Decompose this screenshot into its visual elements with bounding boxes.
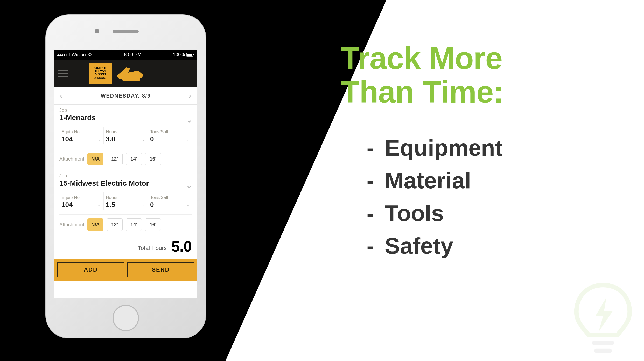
bullet-text: Safety (385, 233, 453, 259)
attachment-option-12[interactable]: 12' (107, 218, 123, 231)
bullet-text: Material (385, 167, 471, 194)
battery-icon (186, 53, 194, 57)
bullet-safety: -Safety (356, 233, 613, 259)
hours-field[interactable]: Hours 1.5 ⌄ (104, 192, 148, 210)
equip-label: Equip No (61, 129, 101, 135)
svg-point-8 (132, 78, 135, 81)
equip-field[interactable]: Equip No 104 ⌄ (59, 192, 104, 210)
attachment-label: Attachment (59, 222, 84, 227)
phone-speaker (113, 30, 139, 33)
job-select[interactable]: 1-Menards ⌄ (59, 114, 192, 122)
tons-value: 0 (150, 201, 190, 209)
hamburger-icon[interactable] (58, 70, 68, 77)
job-name-value: 1-Menards (59, 114, 96, 122)
attachment-option-16[interactable]: 16' (145, 218, 161, 231)
attachment-option-16[interactable]: 16' (145, 153, 161, 165)
date-label: WEDNESDAY, 8/9 (101, 93, 151, 99)
chevron-down-icon: ⌄ (97, 202, 101, 207)
total-hours-value: 5.0 (171, 238, 192, 255)
send-button[interactable]: SEND (127, 262, 194, 277)
bottom-action-bar: ADD SEND (54, 259, 197, 281)
equip-field[interactable]: Equip No 104 ⌄ (59, 127, 104, 144)
chevron-right-icon[interactable]: › (189, 92, 192, 100)
chevron-down-icon: ⌄ (97, 137, 101, 142)
bullet-text: Equipment (385, 135, 503, 161)
hours-field[interactable]: Hours 3.0 ⌄ (104, 127, 148, 144)
chevron-down-icon: ⌄ (142, 202, 145, 207)
attachment-option-14[interactable]: 14' (126, 218, 142, 231)
bullet-dash: - (356, 167, 385, 194)
chevron-down-icon: ⌄ (186, 202, 190, 207)
wifi-icon (87, 53, 93, 57)
brand-line: & SONS (95, 73, 106, 76)
attachment-label: Attachment (59, 156, 84, 162)
brand-text-badge: JAMES E. FULTON & SONS EXCAVATING CONTRA… (89, 63, 112, 84)
bullet-dash: - (356, 135, 385, 161)
tons-label: Tons/Salt (150, 129, 190, 135)
bullet-equipment: -Equipment (356, 135, 613, 161)
attachment-option-14[interactable]: 14' (126, 153, 142, 165)
field-row: Equip No 104 ⌄ Hours 1.5 ⌄ Tons/Salt 0 ⌄ (59, 192, 192, 210)
svg-point-6 (123, 78, 125, 81)
svg-rect-3 (187, 54, 192, 56)
bullet-dash: - (356, 233, 385, 259)
chevron-down-icon: ⌄ (186, 116, 192, 124)
battery-percent: 100% (173, 52, 185, 58)
total-hours-label: Total Hours (138, 245, 167, 251)
lightbulb-bolt-icon (569, 280, 637, 357)
date-navigator: ‹ WEDNESDAY, 8/9 › (54, 87, 197, 104)
bullet-material: -Material (356, 167, 613, 194)
heading-line-1: Track More (341, 41, 502, 75)
svg-point-9 (137, 78, 139, 81)
hours-label: Hours (106, 129, 146, 135)
hours-value: 3.0 (106, 135, 146, 143)
attachment-option-na[interactable]: N/A (87, 218, 103, 231)
heading-line-2: Than Time: (341, 74, 503, 109)
bullet-dash: - (356, 200, 385, 226)
home-button[interactable] (113, 305, 139, 331)
bullet-tools: -Tools (356, 200, 613, 226)
chevron-down-icon: ⌄ (142, 137, 145, 142)
chevron-left-icon[interactable]: ‹ (60, 92, 63, 100)
svg-point-7 (128, 78, 130, 81)
hours-value: 1.5 (106, 201, 146, 209)
chevron-down-icon: ⌄ (186, 181, 192, 190)
equip-value: 104 (61, 201, 101, 209)
job-card: Job 1-Menards ⌄ Equip No 104 ⌄ Hours 3.0… (54, 104, 197, 170)
status-right: 100% (173, 52, 194, 58)
equip-label: Equip No (61, 195, 101, 200)
job-label: Job (59, 173, 192, 179)
chevron-down-icon: ⌄ (186, 137, 190, 142)
carrier-name: InVision (69, 52, 86, 58)
attachment-row: Attachment N/A 12' 14' 16' (59, 214, 192, 233)
tons-field[interactable]: Tons/Salt 0 ⌄ (148, 192, 192, 210)
tons-label: Tons/Salt (150, 195, 190, 200)
brand-logo: JAMES E. FULTON & SONS EXCAVATING CONTRA… (89, 63, 145, 84)
bullet-text: Tools (385, 200, 444, 226)
job-card: Job 15-Midwest Electric Motor ⌄ Equip No… (54, 170, 197, 235)
attachment-row: Attachment N/A 12' 14' 16' (59, 149, 192, 167)
brand-line: CONTRACTORS (94, 78, 107, 80)
tons-value: 0 (150, 135, 190, 143)
status-time: 8:00 PM (124, 52, 141, 58)
phone-mockup: InVision 8:00 PM 100% (45, 14, 206, 346)
attachment-option-12[interactable]: 12' (107, 153, 123, 165)
equip-value: 104 (61, 135, 101, 143)
svg-rect-4 (193, 54, 194, 55)
app-header: JAMES E. FULTON & SONS EXCAVATING CONTRA… (54, 60, 197, 87)
total-hours-row: Total Hours 5.0 (54, 235, 197, 259)
status-left: InVision (57, 52, 93, 58)
signal-dots-icon (57, 52, 68, 58)
status-bar: InVision 8:00 PM 100% (54, 50, 197, 60)
attachment-option-na[interactable]: N/A (87, 153, 103, 165)
slide-text-column: Track More Than Time: -Equipment -Materi… (341, 41, 613, 265)
add-button[interactable]: ADD (57, 262, 124, 277)
front-camera (95, 29, 99, 33)
job-select[interactable]: 15-Midwest Electric Motor ⌄ (59, 179, 192, 188)
hours-label: Hours (106, 195, 146, 200)
tons-field[interactable]: Tons/Salt 0 ⌄ (148, 127, 192, 144)
field-row: Equip No 104 ⌄ Hours 3.0 ⌄ Tons/Salt 0 ⌄ (59, 127, 192, 144)
slide-heading: Track More Than Time: (341, 41, 613, 109)
bullet-list: -Equipment -Material -Tools -Safety (356, 135, 613, 259)
excavator-icon (114, 64, 145, 82)
